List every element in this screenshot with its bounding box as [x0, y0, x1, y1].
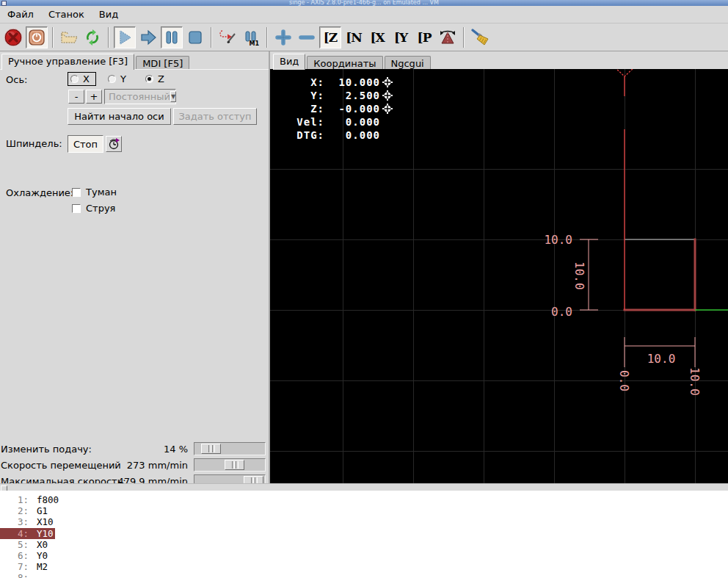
rotate-cone-icon — [438, 28, 457, 47]
gcode-line[interactable]: 6:Y0 — [0, 550, 728, 561]
dim-bottom-left: 0.0 — [617, 370, 631, 391]
gcode-line[interactable]: 3:X10 — [0, 516, 728, 527]
jog-speed-value: 273 mm/min — [127, 460, 188, 471]
gcode-line[interactable]: 7:M2 — [0, 561, 728, 572]
stop-icon — [186, 28, 205, 47]
checkbox-indicator — [72, 188, 81, 197]
radio-indicator — [70, 75, 79, 83]
open-folder-icon — [59, 28, 79, 47]
view-perspective-button[interactable]: [P — [413, 26, 435, 48]
tab-ngcgui[interactable]: Ngcgui — [385, 56, 431, 70]
radio-indicator — [145, 75, 153, 83]
open-file-button[interactable] — [58, 26, 80, 48]
homed-icon — [382, 77, 393, 87]
zoom-in-icon — [274, 29, 292, 46]
reload-file-button[interactable] — [81, 26, 103, 48]
menu-file[interactable]: Файл — [0, 7, 41, 22]
dro-row-vel: Vel: 0.000 — [279, 115, 393, 129]
gcode-line[interactable]: 8: — [0, 572, 728, 578]
axis-radio-y[interactable]: Y — [108, 73, 126, 84]
gcode-line-active[interactable]: 4:Y10 — [0, 528, 728, 539]
spindle-brake-button[interactable] — [106, 136, 122, 152]
gcode-line[interactable]: 1:f800 — [0, 494, 728, 505]
tab-manual-control[interactable]: Ручное управление [F3] — [1, 54, 134, 70]
manual-control-panel: Ручное управление [F3] MDI [F5] Ось: X Y… — [0, 51, 270, 483]
window-title: singe - AXIS 2.8.0-pre1-466-g... on Emul… — [0, 0, 728, 6]
tab-preview[interactable]: Вид — [273, 54, 305, 70]
view-x-button[interactable]: [X — [366, 26, 388, 48]
dro-readout: X: 10.000 Y: 2.500 — [279, 76, 393, 142]
machine-power-button[interactable] — [26, 26, 48, 48]
home-axis-button[interactable]: Найти начало оси — [68, 108, 171, 125]
m1-label: M1 — [249, 40, 259, 47]
zoom-in-button[interactable] — [272, 26, 294, 48]
reload-icon — [83, 28, 102, 47]
backplot-preview[interactable]: 10.0 0.0 10.0 10.0 0.0 10.0 X: 10.000 — [270, 69, 728, 483]
pane-sash[interactable] — [0, 483, 728, 491]
menu-machine[interactable]: Станок — [41, 7, 92, 22]
gcode-line[interactable]: 5:X0 — [0, 539, 728, 550]
view-y-icon: [Y — [394, 30, 407, 45]
step-arrow-icon — [139, 28, 158, 47]
broom-icon — [470, 28, 490, 47]
run-from-line-button[interactable] — [216, 26, 239, 48]
jog-minus-button[interactable]: - — [68, 90, 84, 104]
clear-plot-button[interactable] — [469, 26, 491, 48]
pause-icon — [163, 29, 181, 46]
pause-button[interactable] — [161, 26, 183, 48]
gcode-listing[interactable]: 1:f800 2:G1 3:X10 4:Y10 5:X0 6:Y0 7:M2 8… — [0, 491, 728, 578]
feed-override-row: Изменить подачу: 14 % — [0, 441, 269, 456]
jog-speed-label: Скорость перемещений — [1, 460, 121, 471]
menu-view[interactable]: Вид — [92, 7, 125, 22]
estop-icon — [4, 28, 23, 47]
zoom-out-button[interactable] — [296, 26, 318, 48]
rotate-view-button[interactable] — [437, 26, 459, 48]
estop-button[interactable] — [2, 26, 24, 48]
axis-radio-x[interactable]: X — [68, 72, 96, 86]
left-tab-row: Ручное управление [F3] MDI [F5] — [1, 54, 191, 70]
jog-increment-combobox[interactable]: Постоянный ▼ — [104, 89, 176, 104]
power-icon — [28, 29, 46, 46]
view-perspective-icon: [P — [418, 30, 432, 45]
flood-checkbox[interactable]: Струя — [72, 203, 115, 214]
step-button[interactable] — [137, 26, 159, 48]
right-tab-row: Вид Координаты Ngcgui — [273, 54, 432, 70]
feed-override-label: Изменить подачу: — [1, 444, 92, 455]
spindle-speed-icon — [107, 137, 120, 151]
run-program-button[interactable] — [114, 26, 136, 48]
optional-stop-button[interactable]: M1 — [240, 26, 262, 48]
gcode-line[interactable]: 2:G1 — [0, 505, 728, 516]
dim-left-top: 10.0 — [544, 233, 572, 247]
view-z2-button[interactable]: [N — [343, 26, 365, 48]
slider-thumb[interactable] — [225, 460, 244, 470]
axis-radio-z[interactable]: Z — [145, 73, 164, 84]
mist-checkbox[interactable]: Туман — [72, 187, 117, 198]
dim-left-bottom: 0.0 — [551, 305, 572, 319]
dro-row-y: Y: 2.500 — [279, 89, 393, 102]
toolbar-separator — [108, 27, 109, 48]
title-bar[interactable]: singe - AXIS 2.8.0-pre1-466-g... on Emul… — [0, 0, 728, 6]
run-icon — [116, 29, 134, 46]
jog-increment-value: Постоянный — [109, 91, 170, 102]
jog-speed-slider[interactable] — [194, 458, 266, 472]
dro-row-z: Z: -0.000 — [279, 102, 393, 115]
feed-override-slider[interactable] — [194, 442, 266, 455]
jog-plus-button[interactable]: + — [86, 90, 102, 104]
view-y-button[interactable]: [Y — [390, 26, 412, 48]
combobox-arrow-icon[interactable]: ▼ — [170, 91, 176, 102]
linuxcnc-axis-window: singe - AXIS 2.8.0-pre1-466-g... on Emul… — [0, 0, 728, 578]
toolbar-separator — [211, 27, 212, 48]
tab-mdi[interactable]: MDI [F5] — [136, 56, 189, 70]
dim-bottom-right: 10.0 — [688, 367, 702, 396]
homed-icon — [382, 90, 393, 101]
checkbox-indicator — [72, 204, 81, 213]
spindle-stop-button[interactable]: Стоп — [68, 135, 103, 153]
stop-button[interactable] — [184, 26, 206, 48]
radio-indicator — [108, 75, 116, 83]
coolant-label: Охлаждение: — [6, 187, 73, 198]
slider-thumb[interactable] — [201, 444, 221, 454]
view-z-button[interactable]: [Z — [319, 26, 341, 48]
tab-dro[interactable]: Координаты — [307, 56, 382, 70]
toolbar-separator — [463, 27, 465, 48]
touch-off-button[interactable]: Задать отступ — [173, 108, 257, 125]
